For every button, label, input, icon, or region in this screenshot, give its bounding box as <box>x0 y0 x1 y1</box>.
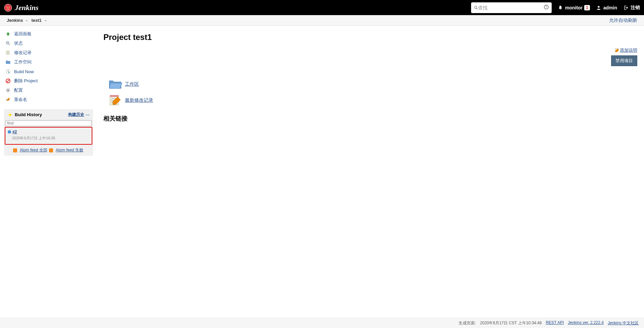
build-history-header: Build History 构建历史 — <box>4 109 93 120</box>
main-panel: Project test1 添加说明 禁用项目 工作区 最新修改记录 <box>93 26 644 156</box>
build-date: 2020年6月17日 上午10:35 <box>12 136 90 141</box>
build-status-ball-icon <box>7 130 11 134</box>
task-status[interactable]: 状态 <box>4 39 93 48</box>
svg-line-23 <box>6 89 7 89</box>
monitor-link[interactable]: monitor 1 <box>558 5 590 10</box>
logout-link[interactable]: 注销 <box>623 5 640 11</box>
svg-point-9 <box>6 42 9 44</box>
sun-icon <box>7 112 13 118</box>
auto-refresh-link[interactable]: 允许自动刷新 <box>609 17 637 24</box>
svg-point-8 <box>598 6 599 7</box>
svg-point-18 <box>7 89 9 91</box>
task-build-now[interactable]: Build Now <box>4 67 93 76</box>
logo-area[interactable]: Jenkins <box>4 3 39 12</box>
feed-fail-link[interactable]: Atom feed 失败 <box>56 148 83 152</box>
prohibit-icon <box>4 78 12 84</box>
svg-line-4 <box>476 8 477 9</box>
svg-line-24 <box>9 91 10 92</box>
jenkins-logo-icon <box>4 4 12 12</box>
svg-line-17 <box>6 79 9 82</box>
task-label: 修改记录 <box>14 50 32 56</box>
svg-point-0 <box>4 4 12 11</box>
task-back-to-dashboard[interactable]: 返回面板 <box>4 29 93 39</box>
feed-all-link[interactable]: Atom feed 全部 <box>20 148 47 152</box>
svg-line-25 <box>6 91 7 92</box>
search-input[interactable] <box>478 5 542 10</box>
disable-project-button[interactable]: 禁用项目 <box>611 55 637 66</box>
magnifier-icon <box>4 40 12 46</box>
help-icon[interactable]: ? <box>544 4 549 11</box>
task-rename[interactable]: 重命名 <box>4 95 93 104</box>
task-label: 删除 Project <box>14 78 38 84</box>
notepad-icon <box>4 50 12 56</box>
svg-point-28 <box>9 113 11 116</box>
svg-rect-36 <box>110 95 119 97</box>
rss-icon <box>13 148 17 152</box>
user-label: admin <box>603 5 617 10</box>
rss-icon <box>49 148 53 152</box>
app-name: Jenkins <box>15 3 39 12</box>
logout-icon <box>623 5 629 10</box>
task-workspace[interactable]: 工作空间 <box>4 57 93 67</box>
build-trend-link[interactable]: 构建历史 <box>68 112 84 118</box>
task-label: 返回面板 <box>14 31 32 37</box>
collapse-icon[interactable]: — <box>86 112 90 117</box>
user-link[interactable]: admin <box>596 5 617 10</box>
chevron-right-icon: ▸ <box>45 18 47 22</box>
monitor-label: monitor <box>565 5 583 10</box>
chevron-right-icon: ▸ <box>26 18 28 22</box>
build-history-find <box>5 120 92 126</box>
notepad-pencil-icon <box>108 94 122 106</box>
svg-line-26 <box>9 89 10 89</box>
top-header: Jenkins ? monitor 1 admin 注销 <box>0 0 644 15</box>
task-label: 工作空间 <box>14 59 32 65</box>
bell-icon <box>558 5 563 10</box>
task-label: 重命名 <box>14 97 27 103</box>
page-title: Project test1 <box>103 33 637 42</box>
build-number-link[interactable]: #2 <box>12 130 17 134</box>
changes-big-link[interactable]: 最新修改记录 <box>103 92 637 108</box>
user-icon <box>596 5 601 10</box>
sidebar: 返回面板 状态 修改记录 工作空间 Build Now 删除 Project 配… <box>0 26 93 156</box>
add-description-label: 添加说明 <box>620 47 637 53</box>
clock-play-icon <box>4 68 12 75</box>
task-label: 配置 <box>14 87 23 93</box>
build-history-builds-highlighted: #2 2020年6月17日 上午10:35 <box>5 127 92 145</box>
workspace-big-link[interactable]: 工作区 <box>103 76 637 92</box>
folder-icon <box>4 59 12 65</box>
breadcrumb-project[interactable]: test1 <box>31 18 41 23</box>
task-delete-project[interactable]: 删除 Project <box>4 76 93 86</box>
rename-icon <box>4 97 12 103</box>
svg-point-2 <box>9 6 10 7</box>
up-arrow-icon <box>4 31 12 37</box>
edit-icon <box>614 48 620 53</box>
svg-line-10 <box>9 44 10 45</box>
build-history-title: Build History <box>15 112 42 117</box>
gear-icon <box>4 87 12 93</box>
svg-point-33 <box>8 130 11 134</box>
add-description-link[interactable]: 添加说明 <box>614 47 637 53</box>
breadcrumbs: Jenkins ▸ test1 ▸ 允许自动刷新 <box>0 15 644 26</box>
monitor-badge: 1 <box>584 5 590 10</box>
related-links-heading: 相关链接 <box>103 114 637 123</box>
build-row[interactable]: #2 2020年6月17日 上午10:35 <box>6 129 91 141</box>
find-input[interactable] <box>5 120 92 126</box>
task-label: 状态 <box>14 40 23 46</box>
search-icon <box>474 5 478 10</box>
task-label: Build Now <box>14 69 34 74</box>
svg-point-7 <box>560 9 561 9</box>
changes-link-label: 最新修改记录 <box>125 97 153 103</box>
svg-point-1 <box>7 6 8 7</box>
logout-label: 注销 <box>631 5 640 11</box>
task-changes[interactable]: 修改记录 <box>4 48 93 57</box>
build-history-feeds: Atom feed 全部 Atom feed 失败 <box>4 145 93 156</box>
build-history-panel: Build History 构建历史 — #2 2020年6月17日 上午10:… <box>4 109 93 156</box>
folder-open-icon <box>108 78 122 90</box>
search-box[interactable]: ? <box>471 2 552 13</box>
workspace-link-label: 工作区 <box>125 81 139 87</box>
svg-point-3 <box>474 6 477 8</box>
breadcrumb-jenkins[interactable]: Jenkins <box>7 18 23 23</box>
svg-text:?: ? <box>546 5 547 9</box>
task-configure[interactable]: 配置 <box>4 86 93 95</box>
